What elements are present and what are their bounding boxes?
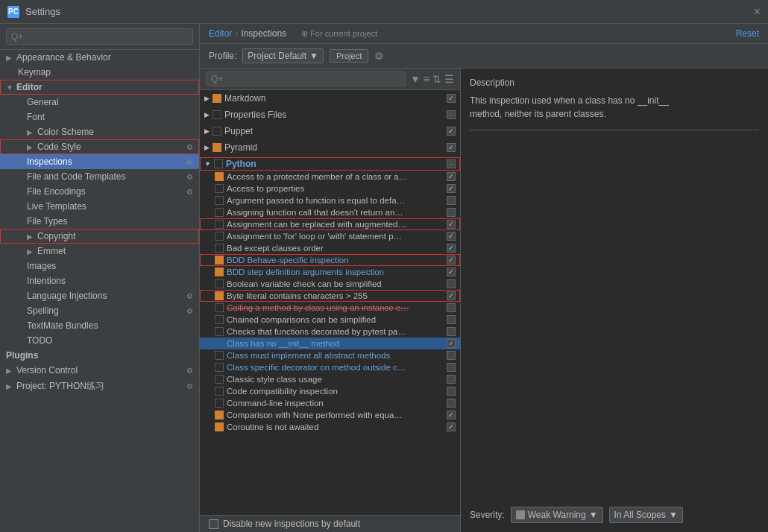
insp-item-calling-method[interactable]: Calling a method by class using an insta… <box>200 302 460 314</box>
sidebar-item-todo[interactable]: TODO <box>0 333 199 348</box>
insp-item-comparison-none[interactable]: Comparison with None performed with equa… <box>200 409 460 421</box>
group-header-python[interactable]: ▼ Python <box>200 157 460 171</box>
item-checkbox[interactable] <box>447 291 456 300</box>
item-checkbox[interactable] <box>447 327 456 336</box>
item-checkbox[interactable] <box>447 363 456 372</box>
insp-item-class-abstract[interactable]: Class must implement all abstract method… <box>200 349 460 361</box>
sidebar-item-label: Keymap <box>18 67 51 77</box>
insp-item-assign-no-return[interactable]: Assigning function call that doesn't ret… <box>200 206 460 218</box>
group-header-markdown[interactable]: ▶ Markdown <box>200 92 460 105</box>
group-checkbox[interactable] <box>447 143 456 152</box>
sidebar-item-textmate[interactable]: TextMate Bundles <box>0 318 199 333</box>
item-checkbox[interactable] <box>447 220 456 229</box>
item-checkbox[interactable] <box>447 411 456 419</box>
sidebar-item-emmet[interactable]: ▶ Emmet <box>0 244 199 259</box>
sidebar-item-inspections[interactable]: Inspections ⚙ <box>0 154 199 169</box>
item-checkbox[interactable] <box>447 399 456 408</box>
item-checkbox[interactable] <box>447 387 456 396</box>
sidebar-item-label: TextMate Bundles <box>27 320 98 331</box>
insp-item-assignment-augmented[interactable]: Assignment can be replaced with augmente… <box>200 218 460 230</box>
insp-item-assignment-for-loop[interactable]: Assignment to 'for' loop or 'with' state… <box>200 230 460 242</box>
menu-icon[interactable]: ☰ <box>444 73 454 85</box>
item-checkbox[interactable] <box>447 351 456 360</box>
group-header-pyramid[interactable]: ▶ Pyramid <box>200 141 460 154</box>
sidebar-item-intentions[interactable]: Intentions <box>0 273 199 288</box>
item-checkbox[interactable] <box>447 172 456 181</box>
item-checkbox[interactable] <box>447 422 456 431</box>
insp-item-bdd-step[interactable]: BDD step definition arguments inspection <box>200 266 460 278</box>
sidebar-item-label: Code Style <box>37 142 81 152</box>
profile-gear-icon[interactable]: ⚙ <box>374 50 384 62</box>
sidebar-search-input[interactable] <box>6 28 193 45</box>
item-checkbox[interactable] <box>447 244 456 253</box>
sidebar-item-images[interactable]: Images <box>0 259 199 273</box>
item-checkbox[interactable] <box>447 339 456 348</box>
insp-item-class-no-init[interactable]: Class has no __init__ method <box>200 338 460 349</box>
profile-dropdown[interactable]: Project Default ▼ <box>242 48 324 63</box>
insp-item-argument-default[interactable]: Argument passed to function is equal to … <box>200 194 460 206</box>
disable-checkbox[interactable] <box>209 519 218 529</box>
group-checkbox[interactable] <box>447 159 456 168</box>
filter-icon[interactable]: ▼ <box>410 73 421 85</box>
disable-checkbox-label[interactable]: Disable new inspections by default <box>209 519 360 529</box>
sidebar-item-appearance[interactable]: ▶ Appearance & Behavior <box>0 50 199 65</box>
insp-item-protected-access[interactable]: Access to a protected member of a class … <box>200 171 460 183</box>
insp-item-checks-pytest[interactable]: Checks that functions decorated by pytes… <box>200 326 460 338</box>
item-checkbox[interactable] <box>447 256 456 265</box>
sidebar-item-font[interactable]: Font <box>0 110 199 124</box>
insp-item-bad-except[interactable]: Bad except clauses order <box>200 242 460 254</box>
group-checkbox[interactable] <box>447 94 456 103</box>
insp-item-bool-check[interactable]: Boolean variable check can be simplified <box>200 278 460 290</box>
group-header-properties[interactable]: ▶ Properties Files <box>200 108 460 121</box>
group-checkbox[interactable] <box>447 110 456 119</box>
reset-button[interactable]: Reset <box>736 28 759 39</box>
insp-item-code-compat[interactable]: Code compatibility inspection <box>200 385 460 397</box>
item-checkbox[interactable] <box>447 375 456 384</box>
sidebar-item-language-injections[interactable]: Language Injections ⚙ <box>0 288 199 303</box>
insp-item-coroutine[interactable]: Coroutine is not awaited <box>200 421 460 433</box>
item-checkbox[interactable] <box>447 303 456 312</box>
severity-dropdown[interactable]: Weak Warning ▼ <box>511 507 603 523</box>
sidebar-item-project[interactable]: ▶ Project: PYTHON练习 ⚙ <box>0 378 199 395</box>
sidebar-item-copyright[interactable]: ▶ Copyright <box>0 229 199 244</box>
sidebar-item-file-code-templates[interactable]: File and Code Templates ⚙ <box>0 169 199 184</box>
sidebar-item-keymap[interactable]: Keymap <box>0 65 199 80</box>
sidebar-item-file-types[interactable]: File Types <box>0 214 199 229</box>
insp-item-bdd-behave[interactable]: BDD Behave-specific inspection <box>200 254 460 266</box>
sidebar-item-editor[interactable]: ▼ Editor <box>0 80 199 95</box>
insp-item-cmdline[interactable]: Command-line inspection <box>200 397 460 409</box>
group-checkbox[interactable] <box>447 127 456 136</box>
sidebar-item-live-templates[interactable]: Live Templates <box>0 199 199 214</box>
filter-search-input[interactable] <box>206 72 406 86</box>
item-checkbox[interactable] <box>447 196 456 205</box>
breadcrumb-sep: › <box>235 28 238 39</box>
description-text: This inspection used when a class has no… <box>470 94 759 121</box>
insp-item-classic-class[interactable]: Classic style class usage <box>200 373 460 385</box>
severity-swatch <box>213 110 221 119</box>
insp-item-access-properties[interactable]: Access to properties <box>200 183 460 194</box>
expand-all-icon[interactable]: ≡ <box>424 73 429 85</box>
sidebar-item-general[interactable]: General <box>0 95 199 110</box>
main-layout: ▶ Appearance & Behavior Keymap ▼ Editor … <box>0 24 768 532</box>
insp-item-chained-comparisons[interactable]: Chained comparisons can be simplified <box>200 314 460 326</box>
sidebar-item-code-style[interactable]: ▶ Code Style ⚙ <box>0 139 199 154</box>
scope-dropdown[interactable]: In All Scopes ▼ <box>609 507 683 523</box>
item-checkbox[interactable] <box>447 279 456 288</box>
item-checkbox[interactable] <box>447 232 456 241</box>
sidebar-item-color-scheme[interactable]: ▶ Color Scheme <box>0 124 199 139</box>
collapse-all-icon[interactable]: ⇅ <box>432 73 441 85</box>
close-button[interactable]: × <box>754 5 761 19</box>
group-header-puppet[interactable]: ▶ Puppet <box>200 124 460 138</box>
item-checkbox[interactable] <box>447 315 456 324</box>
sidebar-item-file-encodings[interactable]: File Encodings ⚙ <box>0 184 199 199</box>
insp-item-byte-literal[interactable]: Byte literal contains characters > 255 <box>200 290 460 302</box>
insp-item-class-decorator[interactable]: Class specific decorator on method outsi… <box>200 361 460 373</box>
severity-value: Weak Warning <box>528 510 586 520</box>
item-checkbox[interactable] <box>447 208 456 217</box>
item-checkbox[interactable] <box>447 184 456 193</box>
sidebar-item-version-control[interactable]: ▶ Version Control ⚙ <box>0 363 199 378</box>
item-checkbox[interactable] <box>447 267 456 276</box>
sidebar-item-spelling[interactable]: Spelling ⚙ <box>0 303 199 318</box>
sidebar-item-plugins[interactable]: Plugins <box>0 348 199 363</box>
breadcrumb-editor[interactable]: Editor <box>209 28 232 39</box>
